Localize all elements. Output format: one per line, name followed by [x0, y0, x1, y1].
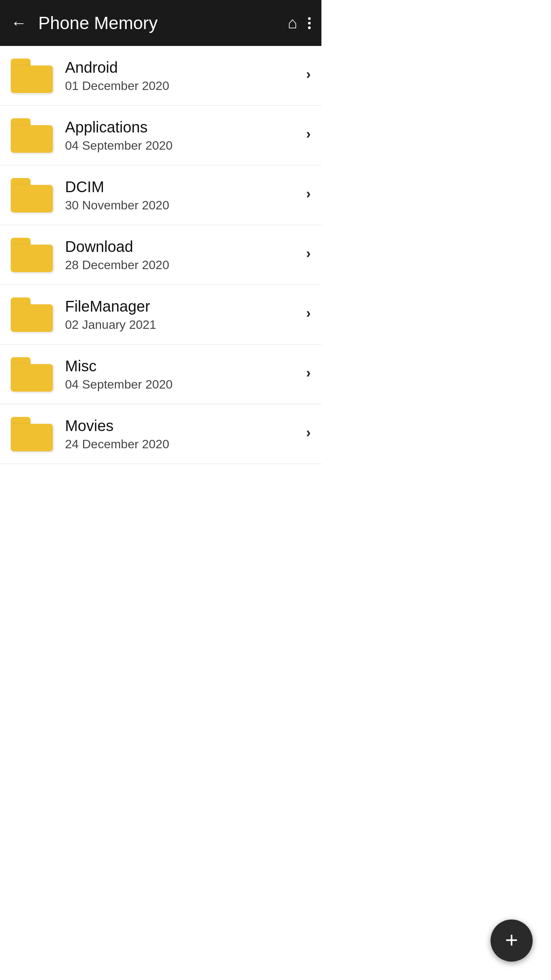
folder-date: 30 November 2020	[65, 198, 306, 212]
folder-date: 04 September 2020	[65, 377, 306, 392]
folder-date: 24 December 2020	[65, 437, 306, 451]
folder-icon	[11, 238, 53, 272]
folder-icon	[11, 59, 53, 93]
folder-name: DCIM	[65, 178, 306, 196]
folder-icon	[11, 417, 53, 451]
folder-name: Movies	[65, 416, 306, 435]
folder-body	[11, 125, 53, 153]
folder-date: 28 December 2020	[65, 258, 306, 272]
list-item[interactable]: Misc 04 September 2020 ‹	[0, 345, 321, 404]
list-item[interactable]: Applications 04 September 2020 ‹	[0, 106, 321, 165]
home-icon[interactable]: ⌂	[288, 14, 297, 32]
folder-icon	[11, 118, 53, 153]
chevron-right-icon: ‹	[306, 187, 311, 203]
chevron-right-icon: ‹	[306, 247, 311, 263]
folder-body	[11, 424, 53, 451]
folder-body	[11, 65, 53, 93]
folder-icon	[11, 178, 53, 212]
folder-info: Android 01 December 2020	[65, 58, 306, 93]
app-header: ← Phone Memory ⌂	[0, 0, 321, 46]
folder-icon	[11, 357, 53, 392]
page-title: Phone Memory	[38, 13, 288, 33]
folder-name: Android	[65, 58, 306, 77]
folder-info: Applications 04 September 2020	[65, 118, 306, 153]
dot	[308, 26, 311, 29]
dot	[308, 22, 311, 24]
folder-list: Android 01 December 2020 ‹ Applications …	[0, 46, 321, 464]
folder-date: 01 December 2020	[65, 79, 306, 93]
chevron-right-icon: ‹	[306, 426, 311, 442]
folder-body	[11, 304, 53, 332]
folder-icon	[11, 297, 53, 332]
folder-info: DCIM 30 November 2020	[65, 178, 306, 212]
folder-name: Download	[65, 237, 306, 256]
folder-info: Misc 04 September 2020	[65, 357, 306, 392]
folder-info: Movies 24 December 2020	[65, 416, 306, 451]
back-button[interactable]: ←	[11, 15, 27, 31]
chevron-right-icon: ‹	[306, 307, 311, 323]
chevron-right-icon: ‹	[306, 366, 311, 382]
folder-body	[11, 245, 53, 272]
list-item[interactable]: DCIM 30 November 2020 ‹	[0, 165, 321, 225]
list-item[interactable]: Movies 24 December 2020 ‹	[0, 404, 321, 464]
chevron-right-icon: ‹	[306, 127, 311, 144]
folder-name: FileManager	[65, 297, 306, 315]
folder-name: Applications	[65, 118, 306, 136]
list-item[interactable]: Download 28 December 2020 ‹	[0, 225, 321, 285]
more-options-icon[interactable]	[308, 17, 311, 29]
dot	[308, 17, 311, 20]
folder-name: Misc	[65, 357, 306, 375]
header-actions: ⌂	[288, 14, 311, 32]
chevron-right-icon: ‹	[306, 68, 311, 84]
folder-body	[11, 364, 53, 392]
folder-body	[11, 185, 53, 212]
list-item[interactable]: Android 01 December 2020 ‹	[0, 46, 321, 106]
list-item[interactable]: FileManager 02 January 2021 ‹	[0, 285, 321, 345]
folder-info: FileManager 02 January 2021	[65, 297, 306, 332]
folder-info: Download 28 December 2020	[65, 237, 306, 272]
folder-date: 02 January 2021	[65, 318, 306, 332]
folder-date: 04 September 2020	[65, 139, 306, 153]
